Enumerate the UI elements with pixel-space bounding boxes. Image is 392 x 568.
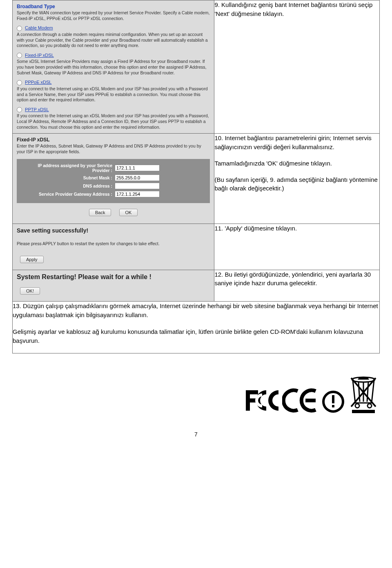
- link-pptp[interactable]: PPTP xDSL: [25, 107, 49, 112]
- svg-point-8: [355, 404, 359, 408]
- step11-text: 11. 'Apply' düğmesine tıklayın.: [214, 224, 379, 233]
- ip-label: IP address assigned by your Service Prov…: [21, 163, 115, 173]
- desc-cable: A connection through a cable modem requi…: [17, 32, 210, 49]
- save-title: Save setting successfully!: [17, 227, 210, 234]
- broadband-heading: Broadband Type: [17, 4, 210, 9]
- svg-rect-2: [332, 395, 334, 403]
- svg-rect-12: [352, 410, 375, 413]
- back-button[interactable]: Back: [89, 209, 111, 216]
- ce-icon: [282, 386, 319, 415]
- desc-pppoe: If you connect to the Internet using an …: [17, 86, 210, 103]
- restart-panel: System Restarting! Please wait for a whi…: [13, 270, 214, 301]
- option-pptp[interactable]: PPTP xDSL: [17, 107, 210, 113]
- radio-pptp[interactable]: [17, 107, 22, 112]
- weee-bin-icon: [347, 374, 380, 415]
- dns-input[interactable]: [115, 183, 160, 189]
- desc-pptp: If you connect to the Internet using an …: [17, 113, 210, 130]
- ok2-button[interactable]: OK!: [20, 287, 40, 295]
- option-cable[interactable]: Cable Modem: [17, 25, 210, 31]
- step10c-text: (Bu sayfanın içeriği, 9. adımda seçtiğin…: [214, 175, 379, 193]
- apply-button[interactable]: Apply: [20, 256, 44, 263]
- radio-pppoe[interactable]: [17, 80, 22, 85]
- fixed-ip-panel: Fixed-IP xDSL Enter the IP Address, Subn…: [13, 134, 214, 223]
- link-cable[interactable]: Cable Modem: [25, 25, 53, 30]
- broadband-sub: Specify the WAN connection type required…: [17, 10, 210, 21]
- fixed-form: IP address assigned by your Service Prov…: [17, 159, 210, 203]
- step13-text: 13. Düzgün çalışıp çalışmadıklarını görm…: [13, 302, 379, 320]
- gw-label: Service Provider Gateway Address :: [21, 192, 115, 197]
- option-pppoe[interactable]: PPPoE xDSL: [17, 80, 210, 85]
- dns-label: DNS address :: [21, 183, 115, 188]
- step13b-text: Gelişmiş ayarlar ve kablosuz ağ kurulumu…: [13, 327, 379, 346]
- mask-input[interactable]: [115, 174, 160, 181]
- step9-text: 9. Kullandığınız geniş bant Internet bağ…: [214, 0, 379, 18]
- step12-text: 12. Bu iletiyi gördüğünüzde, yönlendiric…: [214, 270, 379, 288]
- compliance-logos: [12, 374, 380, 415]
- save-panel: Save setting successfully! Please press …: [13, 224, 214, 270]
- step10a-text: 10. Internet bağlantısı parametrelerini …: [214, 134, 379, 152]
- gw-input[interactable]: [115, 191, 160, 197]
- mask-label: Subnet Mask :: [21, 175, 115, 180]
- step10b-text: Tamamladığınızda 'OK' düğmesine tıklayın…: [214, 159, 379, 168]
- svg-point-9: [368, 404, 372, 408]
- desc-fixed: Some xDSL Internet Service Providers may…: [17, 59, 210, 76]
- fcc-icon: [244, 386, 281, 415]
- broadband-type-panel: Broadband Type Specify the WAN connectio…: [13, 0, 214, 133]
- fixed-desc: Enter the IP Address, Subnet Mask, Gatew…: [17, 143, 210, 154]
- page-number: 7: [12, 431, 380, 438]
- alert-circle-icon: [321, 386, 345, 415]
- link-pppoe[interactable]: PPPoE xDSL: [25, 80, 51, 85]
- ok-button[interactable]: OK: [119, 209, 138, 216]
- ip-input[interactable]: [115, 165, 160, 171]
- save-msg: Please press APPLY button to restart the…: [17, 241, 210, 246]
- radio-cable[interactable]: [17, 26, 22, 31]
- restart-title: System Restarting! Please wait for a whi…: [17, 273, 210, 281]
- option-fixed[interactable]: Fixed-IP xDSL: [17, 53, 210, 58]
- fixed-title: Fixed-IP xDSL: [17, 137, 210, 143]
- link-fixed[interactable]: Fixed-IP xDSL: [25, 53, 54, 58]
- svg-rect-3: [332, 405, 334, 407]
- radio-fixed[interactable]: [17, 53, 22, 58]
